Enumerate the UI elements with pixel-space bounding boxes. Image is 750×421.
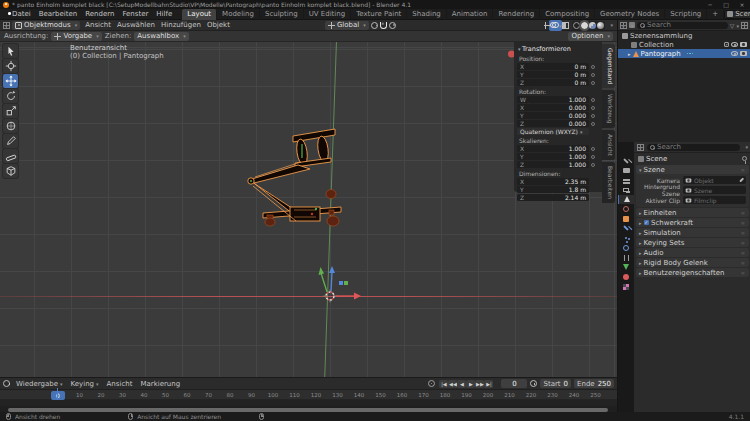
workspace-tab--[interactable]: + bbox=[707, 9, 724, 20]
field-input-2[interactable]: Filmclip bbox=[683, 196, 746, 204]
transform-position-x-field[interactable]: X0 m bbox=[517, 63, 589, 70]
decorator-icon[interactable] bbox=[591, 114, 595, 118]
menu-hilfe[interactable]: Hilfe bbox=[152, 10, 176, 18]
properties-tab-constraints[interactable] bbox=[618, 253, 634, 262]
section-simulation[interactable]: ▸Simulation≡ bbox=[636, 228, 749, 237]
properties-tab-tool[interactable] bbox=[618, 156, 634, 165]
sidebar-tab-werkzeug[interactable]: Werkzeug bbox=[602, 90, 615, 128]
outliner-row-scene-collection[interactable]: Szenensammlung bbox=[618, 31, 750, 40]
shading-wireframe-icon[interactable] bbox=[573, 22, 580, 29]
field-input-1[interactable]: Szene bbox=[683, 186, 746, 194]
disable-render-icon[interactable] bbox=[740, 51, 747, 56]
outliner-editor-icon[interactable] bbox=[620, 22, 627, 29]
filter-funnel-icon[interactable]: ▽ bbox=[730, 22, 739, 29]
viewport-menu-hinzufügen[interactable]: Hinzufügen bbox=[158, 21, 204, 29]
disable-render-icon[interactable] bbox=[740, 42, 747, 47]
workspace-tab-animation[interactable]: Animation bbox=[447, 9, 494, 20]
transform-position-y-field[interactable]: Y0 m bbox=[517, 71, 589, 78]
timeline-ruler[interactable]: 0 10203040506070809010011012013014015016… bbox=[0, 390, 617, 400]
play-icon[interactable]: ▶ bbox=[466, 380, 475, 388]
section-keying-sets[interactable]: ▸Keying Sets≡ bbox=[636, 238, 749, 247]
properties-tab-particles[interactable] bbox=[618, 234, 634, 243]
sidebar-tab-ansicht[interactable]: Ansicht bbox=[602, 130, 615, 160]
overlays-toggle-icon[interactable] bbox=[549, 20, 563, 31]
pin-icon[interactable] bbox=[742, 156, 747, 161]
gizmo-toggle-icon[interactable] bbox=[542, 22, 549, 29]
pivot-point-icon[interactable] bbox=[371, 22, 378, 29]
properties-tab-view-layer[interactable] bbox=[618, 185, 634, 194]
tool-transform[interactable] bbox=[3, 119, 18, 133]
drag-mode-dropdown[interactable]: Auswahlbox bbox=[134, 32, 188, 41]
transform-rotation-y-field[interactable]: Y0.000 bbox=[517, 112, 589, 119]
transform-dimensions-x-field[interactable]: X2.35 m bbox=[517, 178, 589, 185]
transform-dimensions-z-field[interactable]: Z2.14 m bbox=[517, 194, 589, 201]
workspace-tab-uv-editing[interactable]: UV Editing bbox=[304, 9, 352, 20]
play-reverse-icon[interactable]: ◀ bbox=[457, 380, 466, 388]
decorator-icon[interactable] bbox=[591, 98, 595, 102]
viewport-3d[interactable]: Benutzeransicht (0) Collection | Pantogr… bbox=[0, 42, 617, 377]
sidebar-tab-gegenstand[interactable]: Gegenstand bbox=[602, 44, 615, 88]
prev-keyframe-icon[interactable]: ◀◀ bbox=[448, 380, 457, 388]
viewport-menu-auswählen[interactable]: Auswählen bbox=[114, 21, 158, 29]
viewport-menu-ansicht[interactable]: Ansicht bbox=[82, 21, 114, 29]
properties-tab-world[interactable] bbox=[618, 205, 634, 214]
transform-dimensions-y-field[interactable]: Y1.8 m bbox=[517, 186, 589, 193]
workspace-tab-modeling[interactable]: Modeling bbox=[217, 9, 260, 20]
use-preview-range-icon[interactable] bbox=[530, 380, 537, 387]
hide-eye-icon[interactable] bbox=[731, 42, 738, 47]
tool-move[interactable] bbox=[3, 74, 18, 88]
move-gizmo[interactable] bbox=[300, 258, 370, 308]
outliner-row-collection[interactable]: Collection ✓ bbox=[618, 40, 750, 49]
workspace-tab-rendering[interactable]: Rendering bbox=[493, 9, 540, 20]
section-schwerkraft[interactable]: ▸✓Schwerkraft≡ bbox=[636, 218, 749, 227]
tool-cursor[interactable] bbox=[3, 59, 18, 73]
properties-tab-scene[interactable] bbox=[618, 195, 634, 204]
decorator-icon[interactable] bbox=[591, 122, 595, 126]
decorator-icon[interactable] bbox=[591, 147, 595, 151]
transform-scale-z-field[interactable]: Z1.000 bbox=[517, 161, 589, 168]
rotation-mode-dropdown[interactable]: Quaternion (WXYZ) bbox=[517, 128, 589, 135]
jump-to-start-icon[interactable]: |◀ bbox=[439, 380, 448, 388]
properties-tab-output[interactable] bbox=[618, 175, 634, 184]
section-benutzereigenschaften[interactable]: ▸Benutzereigenschaften≡ bbox=[636, 268, 749, 277]
decorator-icon[interactable] bbox=[591, 155, 595, 159]
next-keyframe-icon[interactable]: ▶▶ bbox=[475, 380, 484, 388]
current-frame-field[interactable]: 0 bbox=[501, 379, 527, 388]
snap-magnet-icon[interactable] bbox=[380, 22, 387, 29]
properties-tab-object[interactable] bbox=[618, 214, 634, 223]
properties-tab-material[interactable] bbox=[618, 272, 634, 281]
outliner-display-mode-icon[interactable] bbox=[629, 22, 635, 28]
orientation-preset-dropdown[interactable]: Vorgabe bbox=[51, 32, 101, 41]
tool-scale[interactable] bbox=[3, 104, 18, 118]
field-input-0[interactable]: Objekt bbox=[683, 176, 746, 184]
workspace-tab-scripting[interactable]: Scripting bbox=[665, 9, 707, 20]
menu-bearbeiten[interactable]: Bearbeiten bbox=[35, 10, 81, 18]
section-einheiten[interactable]: ▸Einheiten≡ bbox=[636, 208, 749, 217]
properties-tab-modifiers[interactable] bbox=[618, 224, 634, 233]
auto-key-icon[interactable] bbox=[428, 380, 435, 387]
workspace-tab-layout[interactable]: Layout bbox=[182, 9, 217, 20]
outliner-filter-icon[interactable] bbox=[741, 22, 748, 29]
exclude-checkbox[interactable]: ✓ bbox=[724, 42, 729, 47]
tool-tweak-select[interactable] bbox=[3, 44, 18, 58]
workspace-tab-shading[interactable]: Shading bbox=[407, 9, 446, 20]
decorator-icon[interactable] bbox=[591, 65, 595, 69]
jump-to-end-icon[interactable]: ▶| bbox=[484, 380, 493, 388]
menu-fenster[interactable]: Fenster bbox=[118, 10, 152, 18]
transform-rotation-w-field[interactable]: W1.000 bbox=[517, 96, 589, 103]
shading-dropdown-icon[interactable] bbox=[608, 21, 613, 29]
transform-rotation-z-field[interactable]: Z0.000 bbox=[517, 120, 589, 127]
shading-solid-icon[interactable] bbox=[581, 22, 588, 29]
timeline-menu-keying[interactable]: Keying bbox=[67, 380, 103, 388]
close-button[interactable]: × bbox=[734, 0, 750, 9]
outliner-search[interactable]: Search bbox=[637, 22, 728, 29]
decorator-icon[interactable] bbox=[591, 73, 595, 77]
tool-measure[interactable] bbox=[3, 149, 18, 163]
start-frame-field[interactable]: Start 0 bbox=[540, 379, 571, 388]
properties-tab-texture[interactable] bbox=[618, 282, 634, 291]
properties-options-icon[interactable] bbox=[743, 143, 748, 151]
playhead-line[interactable] bbox=[57, 388, 58, 400]
transform-position-z-field[interactable]: Z0 m bbox=[517, 79, 589, 86]
end-frame-field[interactable]: Ende 250 bbox=[574, 379, 614, 388]
editor-type-icon[interactable] bbox=[3, 22, 10, 29]
